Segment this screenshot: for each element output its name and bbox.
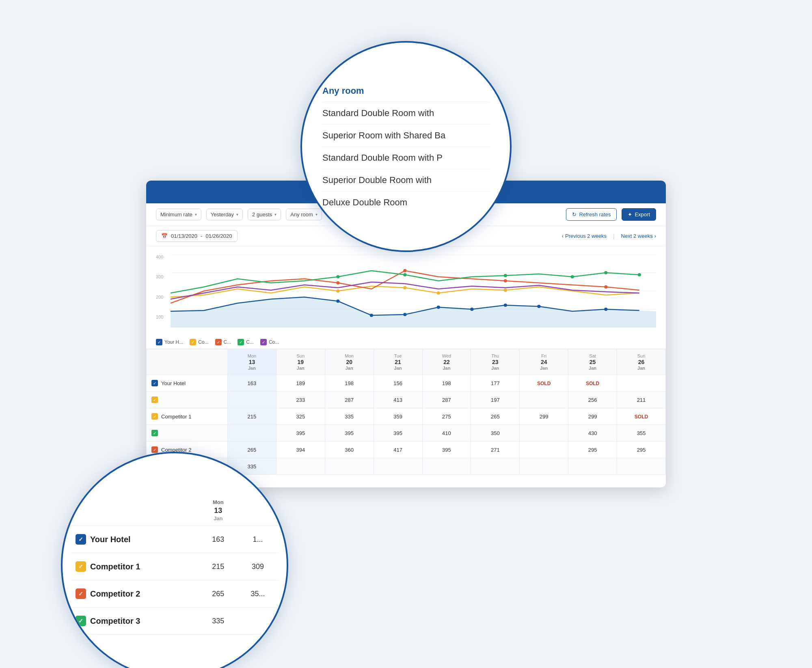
refresh-icon: ↻	[572, 211, 577, 218]
dropdown-item-sup-shared[interactable]: Superior Room with Shared Ba	[322, 125, 490, 147]
zoom-check-comp1: ✓	[76, 561, 86, 572]
rate-unnamed-jan26: 355	[617, 425, 666, 442]
col-jan13: Mon 13 Jan	[228, 349, 276, 375]
rate-comp1-jan23: 265	[471, 408, 520, 425]
rate-comp3-jan22	[422, 458, 471, 475]
table-row: ✓ 395 395 395 410 350 430 355	[147, 425, 666, 442]
export-button[interactable]: ✦ Export	[622, 208, 656, 221]
date-preset-select[interactable]: Yesterday ▾	[206, 209, 243, 220]
rate-comp2-jan13: 265	[228, 442, 276, 458]
rate-comp3-jan20	[325, 458, 374, 475]
zoom-check-your-hotel: ✓	[76, 534, 86, 545]
rate-comp0-jan13	[228, 392, 276, 408]
date-preset-label: Yesterday	[211, 211, 234, 218]
export-icon: ✦	[628, 211, 632, 218]
rate-your-hotel-jan20: 198	[325, 375, 374, 392]
rate-unnamed-jan22: 410	[422, 425, 471, 442]
calendar-icon: 📅	[161, 233, 168, 239]
legend-check-comp2: ✓	[215, 339, 222, 345]
dropdown-item-std-double-2[interactable]: Standard Double Room with P	[322, 147, 490, 169]
rate-type-select[interactable]: Minimum rate ▾	[156, 209, 201, 220]
rate-comp0-jan20: 287	[325, 392, 374, 408]
dropdown-item-any-room[interactable]: Any room	[322, 80, 490, 102]
next-weeks-button[interactable]: Next 2 weeks ›	[621, 233, 656, 239]
room-type-select[interactable]: Any room ▾	[286, 209, 322, 220]
svg-point-25	[604, 271, 607, 274]
rate-type-label: Minimum rate	[160, 211, 192, 218]
rates-table: Mon 13 Jan Sun 19 Jan	[146, 349, 666, 475]
svg-point-17	[336, 281, 339, 284]
rate-comp2-jan22: 395	[422, 442, 471, 458]
rate-unnamed-jan24	[520, 425, 568, 442]
svg-point-24	[571, 275, 574, 278]
zoom-hotel-name-comp2: ✓ Competitor 2	[71, 580, 199, 608]
guests-chevron-icon: ▾	[274, 212, 276, 217]
table-zoom-circle: Mon 13 Jan ✓ Your Hotel	[61, 452, 288, 668]
legend-item-comp2[interactable]: ✓ C...	[215, 339, 231, 345]
svg-point-6	[370, 314, 373, 317]
prev-weeks-button[interactable]: ‹ Previous 2 weeks	[562, 233, 607, 239]
col-jan26: Sun 26 Jan	[617, 349, 666, 375]
check-comp0: ✓	[151, 396, 158, 403]
y-label-400: 400	[156, 254, 163, 259]
rate-comp3-jan23	[471, 458, 520, 475]
check-your-hotel: ✓	[151, 380, 158, 386]
legend-label-comp1: Co...	[198, 339, 208, 345]
rate-unnamed-jan20: 395	[325, 425, 374, 442]
end-date: 01/26/2020	[205, 233, 232, 239]
rate-comp0-jan26: 211	[617, 392, 666, 408]
zoom-rate-comp2-jan13: 265	[199, 580, 237, 608]
col-jan19: Sun 19 Jan	[276, 349, 325, 375]
check-comp2: ✓	[151, 446, 158, 453]
zoom-col-hotel	[71, 496, 199, 526]
guests-select[interactable]: 2 guests ▾	[248, 209, 281, 220]
y-label-200: 200	[156, 295, 163, 300]
dropdown-item-sup-double[interactable]: Superior Double Room with	[322, 169, 490, 192]
rate-comp1-jan19: 325	[276, 408, 325, 425]
svg-point-13	[336, 289, 339, 293]
svg-point-11	[537, 305, 540, 308]
svg-point-20	[604, 285, 607, 289]
date-separator: -	[201, 233, 202, 239]
nav-divider: |	[613, 233, 615, 239]
rate-comp2-jan19: 394	[276, 442, 325, 458]
svg-point-15	[437, 291, 440, 295]
rate-comp2-jan26: 295	[617, 442, 666, 458]
date-range-input[interactable]: 📅 01/13/2020 - 01/26/2020	[156, 230, 238, 242]
rate-your-hotel-jan25: SOLD	[568, 375, 617, 392]
dropdown-item-deluxe[interactable]: Deluxe Double Room	[322, 192, 490, 213]
rate-your-hotel-jan13: 163	[228, 375, 276, 392]
table-row: ✓ Competitor 2 265 394 360 417 395 271 2…	[147, 442, 666, 458]
legend-check-comp3: ✓	[238, 339, 244, 345]
zoom-hotel-name-comp1: ✓ Competitor 1	[71, 553, 199, 580]
col-jan23: Thu 23 Jan	[471, 349, 520, 375]
rate-comp2-jan20: 360	[325, 442, 374, 458]
table-row: ✓ 233 287 413 287 197 256 211	[147, 392, 666, 408]
rate-comp2-jan21: 417	[374, 442, 422, 458]
legend-item-your-hotel[interactable]: ✓ Your H...	[156, 339, 183, 345]
zoom-rate-comp3-extra	[237, 608, 279, 635]
room-type-label: Any room	[290, 211, 313, 218]
next-icon: ›	[654, 233, 656, 239]
svg-point-14	[403, 286, 406, 289]
rate-your-hotel-jan21: 156	[374, 375, 422, 392]
zoom-hotel-name-comp3: ✓ Competitor 3	[71, 608, 199, 635]
zoom-col-extra	[237, 496, 279, 526]
rate-comp1-jan24: 299	[520, 408, 568, 425]
legend-item-comp4[interactable]: ✓ Co...	[260, 339, 279, 345]
export-label: Export	[635, 211, 650, 218]
legend-item-comp1[interactable]: ✓ Co...	[190, 339, 208, 345]
svg-point-9	[470, 308, 473, 311]
rate-unnamed-jan23: 350	[471, 425, 520, 442]
dropdown-item-std-double-1[interactable]: Standard Double Room with	[322, 102, 490, 125]
rate-your-hotel-jan22: 198	[422, 375, 471, 392]
rate-comp0-jan22: 287	[422, 392, 471, 408]
svg-point-23	[504, 274, 507, 277]
legend-check-your-hotel: ✓	[156, 339, 162, 345]
rate-comp3-jan21	[374, 458, 422, 475]
zoom-rate-comp1-extra: 309	[237, 553, 279, 580]
legend-item-comp3[interactable]: ✓ C...	[238, 339, 254, 345]
zoom-rate-comp1-jan13: 215	[199, 553, 237, 580]
legend-label-comp4: Co...	[269, 339, 279, 345]
refresh-button[interactable]: ↻ Refresh rates	[566, 208, 617, 221]
